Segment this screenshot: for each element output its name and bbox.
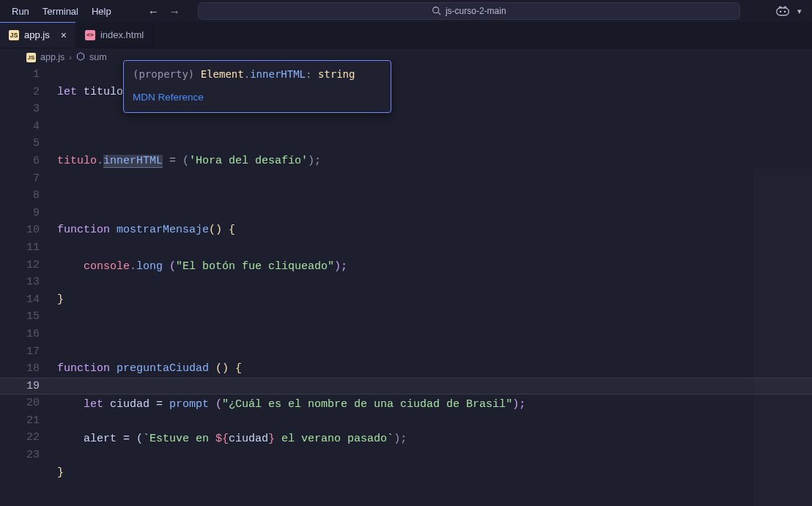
hover-text: .: [244, 68, 250, 80]
code-token: {: [235, 362, 242, 375]
hover-text: Element: [201, 68, 244, 80]
code-token: .: [97, 155, 103, 167]
code-token: mostrarMensaje: [110, 224, 209, 236]
breadcrumb-symbol: sum: [89, 52, 107, 62]
code-token: "¿Cuál es el nombre de una ciudad de Bra…: [222, 398, 512, 411]
code-token: ciudad: [229, 433, 268, 445]
hover-text: string: [318, 68, 355, 80]
code-token: console: [84, 260, 130, 273]
html-file-icon: <>: [85, 30, 95, 40]
command-center-text: js-curso-2-main: [446, 6, 506, 16]
code-token: }: [57, 293, 64, 306]
search-icon: [432, 6, 441, 17]
js-file-icon: JS: [9, 30, 19, 40]
close-icon[interactable]: ×: [61, 29, 67, 41]
editor[interactable]: 1234 5678 9101112 13141516 17181920 2122…: [0, 66, 812, 506]
mdn-reference-link[interactable]: MDN Reference: [133, 92, 204, 103]
code-token: "El botón fue cliqueado": [176, 260, 334, 273]
code-token: (): [209, 224, 229, 236]
hover-signature: (property) Element.innerHTML: string: [133, 67, 382, 81]
code-token: titulo: [57, 155, 97, 167]
copilot-icon[interactable]: [775, 4, 790, 18]
code-token: );: [334, 260, 347, 273]
chevron-down-icon[interactable]: ▾: [797, 7, 802, 16]
tab-label: app.js: [24, 29, 50, 40]
svg-point-0: [433, 7, 439, 12]
menu-help[interactable]: Help: [86, 3, 117, 20]
js-file-icon: JS: [26, 53, 36, 62]
code-token: ${: [215, 433, 229, 445]
code-token: (: [163, 260, 176, 273]
code-area[interactable]: let titulo = document.querySelector('h1'…: [57, 66, 812, 506]
hover-text: innerHTML: [250, 68, 306, 80]
code-token: .: [130, 260, 136, 273]
code-token: }: [57, 466, 64, 479]
chevron-right-icon: ›: [69, 53, 72, 62]
menu-run[interactable]: Run: [6, 3, 35, 20]
code-token: }: [268, 433, 275, 445]
tab-label: index.html: [100, 29, 144, 40]
command-center[interactable]: js-curso-2-main: [198, 2, 740, 20]
code-token: );: [512, 398, 525, 411]
hover-text: (property): [133, 68, 201, 80]
code-token: (: [209, 398, 222, 411]
code-token: );: [394, 433, 407, 445]
breadcrumb-file: app.js: [40, 52, 64, 62]
svg-rect-2: [777, 8, 789, 15]
tab-app-js[interactable]: JS app.js ×: [0, 22, 76, 48]
code-token: 'Hora del desafío': [189, 155, 308, 167]
code-token: );: [308, 155, 321, 167]
menu-bar: Run Terminal Help ← → js-curso-2-main ▾: [0, 0, 812, 22]
hover-tooltip: (property) Element.innerHTML: string MDN…: [123, 60, 391, 113]
code-token: long: [136, 260, 163, 273]
code-token: = (: [163, 155, 189, 167]
hover-text: :: [306, 68, 318, 80]
svg-point-3: [780, 11, 781, 12]
breadcrumb[interactable]: JS app.js › sum: [0, 48, 812, 66]
arrow-right-icon[interactable]: →: [169, 5, 180, 18]
code-token: function: [57, 224, 110, 236]
code-token: prompt: [169, 398, 209, 411]
code-token: (): [215, 362, 235, 375]
symbol-method-icon: [76, 52, 85, 63]
code-token: {: [229, 224, 235, 236]
code-token: let: [84, 398, 103, 411]
menu-terminal[interactable]: Terminal: [37, 3, 84, 20]
code-token: el verano pasado`: [275, 433, 394, 445]
nav-arrows: ← →: [148, 5, 180, 18]
tab-index-html[interactable]: <> index.html: [76, 22, 153, 48]
arrow-left-icon[interactable]: ←: [148, 5, 159, 18]
gutter: 1234 5678 9101112 13141516 17181920 2122…: [0, 66, 57, 506]
tab-bar: JS app.js × <> index.html: [0, 22, 812, 48]
code-token: innerHTML: [103, 155, 163, 168]
svg-line-1: [438, 12, 440, 14]
svg-point-4: [784, 11, 786, 12]
code-token: preguntaCiudad: [110, 362, 215, 375]
code-token: ciudad =: [103, 398, 169, 411]
code-token: let: [57, 86, 77, 98]
code-token: `Estuve en: [143, 433, 215, 445]
scrollbar[interactable]: [802, 132, 811, 506]
code-token: alert = (: [84, 433, 143, 445]
code-token: function: [57, 362, 110, 375]
